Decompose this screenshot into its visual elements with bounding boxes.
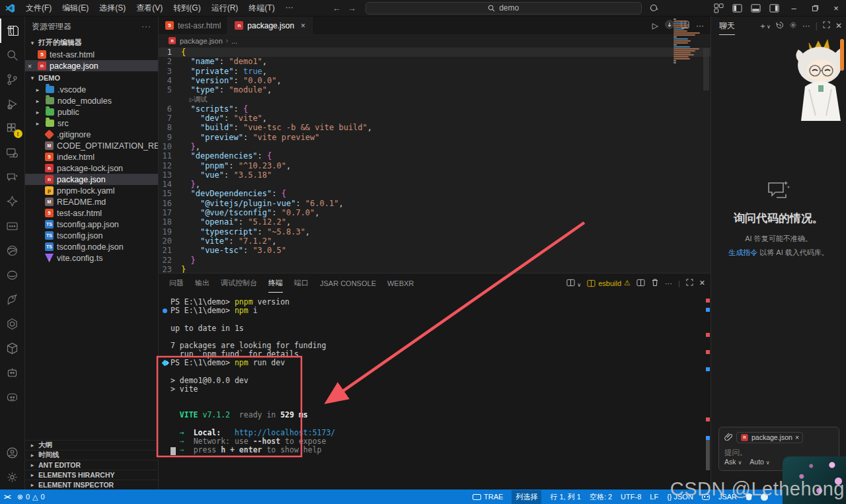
menu-item[interactable]: 终端(T) <box>244 1 279 15</box>
breadcrumb[interactable]: n package.json › ... <box>159 35 711 46</box>
nav-forward-icon[interactable]: → <box>348 3 356 13</box>
activity-cube-icon[interactable] <box>0 336 25 361</box>
menu-item[interactable]: 编辑(E) <box>58 1 93 15</box>
activity-run-debug-icon[interactable] <box>0 92 25 116</box>
jsar-action-icon[interactable] <box>665 20 674 31</box>
panel-more-icon[interactable]: ··· <box>665 279 672 287</box>
chat-mode-dropdown[interactable]: Ask ∨ <box>724 458 742 466</box>
tree-file-item[interactable]: MREADME.md <box>25 196 158 207</box>
tree-folder-item[interactable]: ▸.vscode <box>25 84 158 95</box>
toggle-sidebar-icon[interactable] <box>728 1 746 15</box>
menu-item[interactable]: 选择(S) <box>95 1 130 15</box>
activity-mask-icon[interactable] <box>0 263 25 287</box>
status-item-列选择[interactable]: 列选择 <box>512 490 541 504</box>
open-editor-item[interactable]: 5test-asr.html <box>25 49 158 60</box>
status-item-TRAE[interactable]: TRAE <box>473 493 503 501</box>
tree-file-item[interactable]: ppnpm-lock.yaml <box>25 185 158 196</box>
tree-file-item[interactable]: 5index.html <box>25 151 158 162</box>
open-editor-item[interactable]: ×npackage.json <box>25 60 158 71</box>
tree-folder-item[interactable]: ▸public <box>25 106 158 118</box>
tree-file-item[interactable]: npackage.json <box>25 174 158 185</box>
menu-item[interactable]: ··· <box>281 1 298 15</box>
status-item-空格: 2[interactable]: 空格: 2 <box>590 492 612 502</box>
status-item-shield[interactable] <box>746 493 752 501</box>
status-item-robot[interactable] <box>702 494 710 500</box>
chat-maximize-icon[interactable] <box>823 21 830 30</box>
panel-tab-JSAR CONSOLE[interactable]: JSAR CONSOLE <box>320 273 376 293</box>
chat-tab[interactable]: 聊天 <box>719 17 735 35</box>
tree-file-item[interactable]: vite.config.ts <box>25 252 158 264</box>
terminal-esbuild-tab[interactable]: esbuild ⚠ <box>587 279 631 287</box>
sidebar-section-时间线[interactable]: ▸时间线 <box>25 450 158 460</box>
minimize-button[interactable]: – <box>784 0 804 16</box>
toggle-secondary-sidebar-icon[interactable] <box>765 1 783 15</box>
activity-ai-star-icon[interactable] <box>0 190 25 214</box>
status-item-LF[interactable]: LF <box>650 493 658 501</box>
editor-scrollbar[interactable] <box>703 48 709 90</box>
terminal-output[interactable]: PS E:\1\demo> pnpm versionPS E:\1\demo> … <box>159 293 711 489</box>
account-icon[interactable] <box>0 441 25 465</box>
activity-robot-icon[interactable] <box>0 361 25 385</box>
assistant-icon[interactable] <box>646 1 663 15</box>
open-editors-section[interactable]: ▾ 打开的编辑器 <box>25 36 158 49</box>
panel-tab-问题[interactable]: 问题 <box>169 273 184 293</box>
tree-folder-item[interactable]: ▸node_modules <box>25 95 158 106</box>
command-center-search[interactable]: demo <box>365 2 642 15</box>
attach-paperclip-icon[interactable] <box>724 431 732 443</box>
tree-folder-item[interactable]: ▸src <box>25 118 158 129</box>
sidebar-more-icon[interactable]: ··· <box>141 22 151 31</box>
panel-tab-终端[interactable]: 终端 <box>268 273 283 293</box>
close-tab-icon[interactable]: × <box>301 21 305 30</box>
tree-file-item[interactable]: npackage-lock.json <box>25 162 158 174</box>
toggle-panel-icon[interactable] <box>747 1 764 15</box>
tree-file-item[interactable]: 5test-asr.html <box>25 207 158 219</box>
status-item-JSAR[interactable]: JSAR <box>718 493 737 501</box>
chat-settings-gear-icon[interactable] <box>789 21 797 31</box>
chip-close-icon[interactable]: × <box>795 433 799 441</box>
chat-close-icon[interactable]: ✕ <box>835 21 842 30</box>
command-decoration-dot[interactable] <box>163 308 167 313</box>
chat-history-icon[interactable] <box>776 21 784 31</box>
kill-terminal-icon[interactable] <box>651 278 659 288</box>
menu-item[interactable]: 运行(R) <box>207 1 243 15</box>
menu-item[interactable]: 查看(V) <box>132 1 167 15</box>
new-chat-icon[interactable]: ＋∨ <box>759 20 771 32</box>
activity-hexagon-icon[interactable] <box>0 312 25 336</box>
activity-search-icon[interactable] <box>0 43 25 67</box>
activity-extensions-icon[interactable]: ! <box>0 116 25 141</box>
problems-status[interactable]: ⊗0 △0 <box>17 493 45 501</box>
panel-tab-输出[interactable]: 输出 <box>195 273 210 293</box>
nav-back-icon[interactable]: ← <box>332 3 341 13</box>
editor-tab-package.json[interactable]: npackage.json× <box>228 17 313 34</box>
remote-indicator-icon[interactable]: >< <box>4 493 11 501</box>
tree-file-item[interactable]: TStsconfig.json <box>25 230 158 241</box>
split-terminal-icon[interactable] <box>636 279 645 288</box>
menu-item[interactable]: 文件(F) <box>21 1 56 15</box>
tree-file-item[interactable]: MCODE_OPTIMIZATION_REPORT.md <box>25 140 158 151</box>
close-editor-icon[interactable]: × <box>25 62 34 70</box>
tree-file-item[interactable]: TStsconfig.app.json <box>25 219 158 230</box>
activity-console-box-icon[interactable] <box>0 214 25 238</box>
tree-file-item[interactable]: .gitignore <box>25 129 158 140</box>
generate-instructions-link[interactable]: 生成指令 <box>728 248 757 256</box>
panel-tab-WEBXR[interactable]: WEBXR <box>387 273 414 293</box>
activity-browser-icon[interactable] <box>0 238 25 263</box>
sidebar-section-大纲[interactable]: ▸大纲 <box>25 440 158 450</box>
minimap[interactable] <box>673 18 701 63</box>
sidebar-section-ELEMENTS HIRARCHY[interactable]: ▸ELEMENTS HIRARCHY <box>25 470 158 480</box>
restore-button[interactable] <box>805 0 825 16</box>
customize-layout-icon[interactable] <box>710 1 727 15</box>
panel-tab-端口[interactable]: 端口 <box>294 273 309 293</box>
activity-chat-icon[interactable] <box>0 165 25 190</box>
chat-model-dropdown[interactable]: Auto ∨ <box>750 458 769 466</box>
status-item-{} JSON[interactable]: {} JSON <box>667 493 693 501</box>
sidebar-section-ELEMENT INSPECTOR[interactable]: ▸ELEMENT INSPECTOR <box>25 480 158 489</box>
editor-tab-test-asr.html[interactable]: 5test-asr.html <box>159 17 228 34</box>
command-decoration-spark[interactable] <box>162 360 169 367</box>
code-editor[interactable]: 1{2 "name": "demo1",3 "private": true,4 … <box>159 46 711 273</box>
sidebar-section-ANT EDITOR[interactable]: ▸ANT EDITOR <box>25 460 158 470</box>
activity-source-control-icon[interactable] <box>0 67 25 92</box>
run-button[interactable]: ▷ <box>652 21 658 30</box>
activity-assistant-face-icon[interactable] <box>0 385 25 410</box>
terminal-scrollbar[interactable] <box>706 440 710 470</box>
